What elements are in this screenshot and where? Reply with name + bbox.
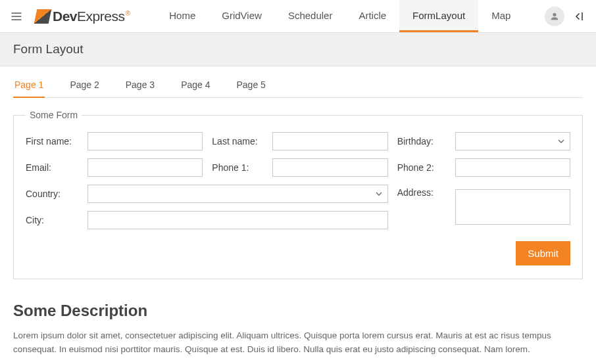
tab-page-1[interactable]: Page 1 <box>13 74 45 98</box>
city-field[interactable] <box>87 211 388 229</box>
dropdown-icon <box>376 191 382 197</box>
dropdown-icon <box>558 138 564 145</box>
label-birthday: Birthday: <box>397 136 446 147</box>
topbar-right <box>533 0 596 32</box>
logo-mark-icon <box>34 9 52 24</box>
label-last-name: Last name: <box>212 136 263 147</box>
top-bar: DevExpress® Home GridView Scheduler Arti… <box>0 0 596 33</box>
nav-map[interactable]: Map <box>478 0 524 32</box>
nav-formlayout[interactable]: FormLayout <box>399 0 478 32</box>
page-title: Form Layout <box>0 33 596 66</box>
label-city: City: <box>26 215 78 225</box>
label-phone1: Phone 1: <box>212 162 263 173</box>
user-icon <box>549 11 560 22</box>
first-name-field[interactable] <box>87 132 203 150</box>
phone1-field[interactable] <box>272 158 387 177</box>
page-tabs: Page 1 Page 2 Page 3 Page 4 Page 5 <box>13 66 583 98</box>
country-field[interactable] <box>87 185 388 203</box>
submit-button[interactable]: Submit <box>516 241 570 265</box>
label-first-name: First name: <box>26 136 78 147</box>
form-fieldset: Some Form First name: Last name: Birthda… <box>13 110 583 279</box>
label-email: Email: <box>26 162 78 173</box>
label-address: Address: <box>397 185 446 198</box>
main-nav: Home GridView Scheduler Article FormLayo… <box>156 0 533 32</box>
description-title: Some Description <box>13 302 583 320</box>
last-name-field[interactable] <box>272 132 387 150</box>
svg-point-0 <box>553 12 556 16</box>
collapse-sidebar-button[interactable] <box>572 11 584 22</box>
nav-article[interactable]: Article <box>345 0 399 32</box>
hamburger-icon <box>10 10 23 23</box>
label-country: Country: <box>26 189 78 199</box>
description-body: Lorem ipsum dolor sit amet, consectetuer… <box>13 329 583 357</box>
logo-text: DevExpress® <box>53 9 130 24</box>
nav-scheduler[interactable]: Scheduler <box>275 0 346 32</box>
submit-row: Submit <box>26 241 570 265</box>
label-phone2: Phone 2: <box>397 162 446 173</box>
nav-gridview[interactable]: GridView <box>209 0 275 32</box>
address-field[interactable] <box>455 189 570 225</box>
tab-page-2[interactable]: Page 2 <box>68 74 100 98</box>
menu-toggle[interactable] <box>0 0 33 32</box>
phone2-field[interactable] <box>455 158 570 177</box>
collapse-icon <box>572 11 584 22</box>
user-avatar[interactable] <box>545 7 564 26</box>
birthday-field[interactable] <box>455 132 570 150</box>
email-field[interactable] <box>87 158 203 177</box>
nav-home[interactable]: Home <box>156 0 209 32</box>
form-grid: First name: Last name: Birthday: Email: … <box>26 132 570 229</box>
form-legend: Some Form <box>26 110 82 120</box>
content-area: Page 1 Page 2 Page 3 Page 4 Page 5 Some … <box>0 66 596 364</box>
tab-page-3[interactable]: Page 3 <box>124 74 156 98</box>
brand-logo[interactable]: DevExpress® <box>33 0 136 32</box>
tab-page-5[interactable]: Page 5 <box>236 74 267 98</box>
tab-page-4[interactable]: Page 4 <box>180 74 211 98</box>
